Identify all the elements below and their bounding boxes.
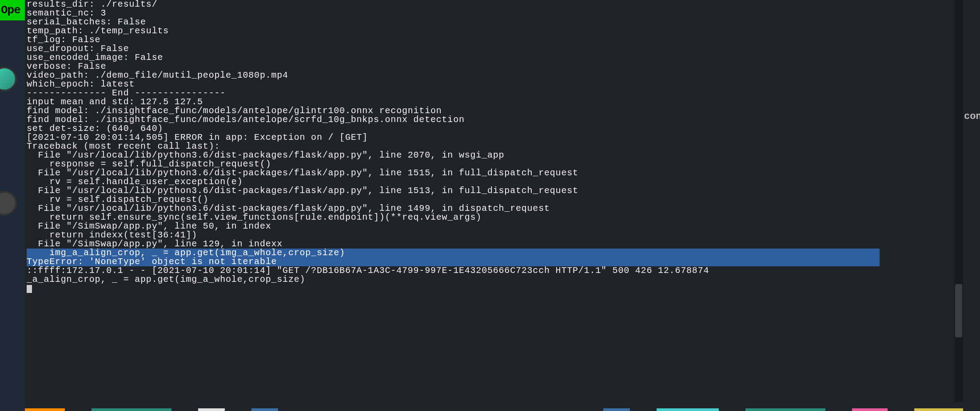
terminal-line-selected[interactable]: img_a_align_crop, _ = app.get(img_a_whol…: [27, 249, 963, 257]
status-seg: [251, 408, 278, 411]
tmux-status-bar: [25, 407, 963, 411]
left-browser-strip: Ope: [0, 0, 25, 411]
terminal-line: return self.ensure_sync(self.view_functi…: [27, 213, 963, 222]
status-seg: [198, 408, 225, 411]
terminal-line: serial_batches: False: [27, 18, 963, 27]
viewport: Ope con results_dir: ./results/semantic_…: [0, 0, 980, 411]
terminal-line: File "/usr/local/lib/python3.6/dist-pack…: [27, 186, 963, 195]
terminal-line: verbose: False: [27, 62, 963, 71]
terminal-line: tf_log: False: [27, 36, 963, 44]
terminal-line: File "/usr/local/lib/python3.6/dist-pack…: [27, 169, 963, 178]
terminal-line: File "/SimSwap/app.py", line 129, in ind…: [27, 240, 963, 249]
terminal-line: rv = self.handle_user_exception(e): [27, 178, 963, 186]
status-seg-clock: [914, 408, 963, 411]
terminal-line: File "/usr/local/lib/python3.6/dist-pack…: [27, 151, 963, 160]
terminal-line: input mean and std: 127.5 127.5: [27, 98, 963, 107]
terminal-line: semantic_nc: 3: [27, 9, 963, 18]
status-seg: [657, 408, 719, 411]
status-seg-session: [25, 408, 65, 411]
scrollbar-thumb[interactable]: [955, 284, 962, 337]
terminal-line: use_dropout: False: [27, 44, 963, 53]
terminal-line: rv = self.dispatch_request(): [27, 195, 963, 204]
terminal-line: set det-size: (640, 640): [27, 124, 963, 133]
terminal-line: _a_align_crop, _ = app.get(img_a_whole,c…: [27, 275, 963, 284]
terminal-line: ::ffff:172.17.0.1 - - [2021-07-10 20:01:…: [27, 266, 963, 275]
terminal-cursor-line[interactable]: [27, 284, 963, 293]
status-seg: [852, 408, 888, 411]
terminal-line-selected[interactable]: TypeError: 'NoneType' object is not iter…: [27, 257, 963, 266]
right-cutoff-strip: con: [963, 0, 980, 411]
terminal-line: [2021-07-10 20:01:14,505] ERROR in app: …: [27, 133, 963, 142]
avatar-circle-icon: [0, 67, 17, 91]
terminal-output[interactable]: results_dir: ./results/semantic_nc: 3ser…: [25, 0, 963, 293]
terminal-line: use_encoded_image: False: [27, 53, 963, 62]
terminal-line: File "/usr/local/lib/python3.6/dist-pack…: [27, 204, 963, 213]
status-seg: [745, 408, 825, 411]
terminal-line: File "/SimSwap/app.py", line 50, in inde…: [27, 222, 963, 231]
terminal-line: return indexx(test[36:41]): [27, 231, 963, 240]
avatar-circle-icon: [0, 191, 17, 216]
status-seg-window: [92, 408, 171, 411]
terminal-line: -------------- End ----------------: [27, 89, 963, 98]
terminal-line: video_path: ./demo_file/mutil_people_108…: [27, 71, 963, 80]
terminal-line: find model: ./insightface_func/models/an…: [27, 115, 963, 124]
open-badge: Ope: [0, 0, 25, 20]
terminal-window[interactable]: results_dir: ./results/semantic_nc: 3ser…: [25, 0, 963, 411]
cursor-icon: [27, 285, 32, 293]
terminal-line: results_dir: ./results/: [27, 0, 963, 9]
cutoff-text: con: [964, 112, 980, 122]
terminal-line: response = self.full_dispatch_request(): [27, 160, 963, 169]
status-seg: [603, 408, 630, 411]
terminal-scrollbar[interactable]: [954, 0, 963, 402]
terminal-line: temp_path: ./temp_results: [27, 27, 963, 36]
terminal-line: Traceback (most recent call last):: [27, 142, 963, 151]
terminal-line: find model: ./insightface_func/models/an…: [27, 107, 963, 115]
terminal-line: which_epoch: latest: [27, 80, 963, 89]
